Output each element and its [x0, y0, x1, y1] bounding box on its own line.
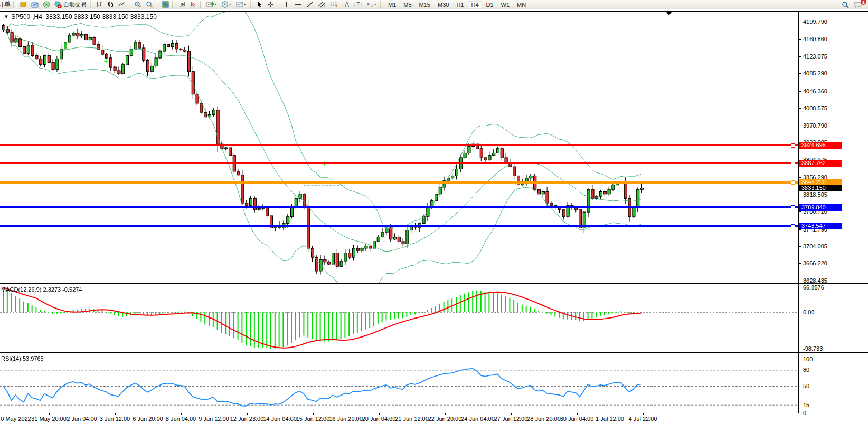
- autotrading-label: 自动交易: [63, 1, 87, 8]
- profiles-button[interactable]: [30, 1, 40, 8]
- zoom-out-button[interactable]: [144, 1, 155, 8]
- bar-chart-button[interactable]: [95, 1, 105, 8]
- toolbar-grip: [380, 1, 383, 8]
- arrows-button[interactable]: [365, 1, 379, 8]
- zoom-in-button[interactable]: [133, 1, 143, 8]
- pane-separator[interactable]: [0, 283, 868, 284]
- add-indicator-button[interactable]: [205, 1, 219, 8]
- pane-separator[interactable]: [0, 354, 868, 354]
- new-order-button[interactable]: 订单: [0, 1, 12, 8]
- candlestick-chart-button[interactable]: [106, 1, 116, 8]
- price-tick-label: 4160.860: [803, 36, 827, 42]
- candlestick-chart-canvas[interactable]: [0, 12, 798, 283]
- current-price-line: [0, 188, 798, 188]
- rsi-label: RSI(14) 53.9765: [1, 355, 44, 362]
- toolbar-separator: [200, 1, 204, 8]
- horizontal-line-button[interactable]: [293, 1, 304, 8]
- macd-label: MACD(12,26,9) 2.3273 -0.5274: [1, 286, 82, 293]
- rsi-axis-label: 80: [803, 367, 809, 373]
- timeframe-m5[interactable]: M5: [400, 1, 414, 8]
- templates-button[interactable]: [234, 1, 248, 8]
- text-button[interactable]: A: [342, 1, 352, 8]
- signals-button[interactable]: [41, 1, 52, 8]
- search-button[interactable]: [840, 1, 851, 8]
- time-tick-label: 30 Jun 04:00: [560, 416, 594, 422]
- hline-end-marker[interactable]: [791, 205, 795, 209]
- timeframe-d1[interactable]: D1: [483, 1, 497, 8]
- horizontal-level-line[interactable]: [0, 225, 798, 227]
- notification-badge: 1: [861, 0, 866, 5]
- equidistant-channel-icon: E: [318, 1, 326, 8]
- horizontal-level-line[interactable]: [0, 181, 798, 184]
- hline-end-marker[interactable]: [791, 180, 795, 185]
- chat-button[interactable]: 1: [852, 1, 864, 8]
- timeframe-h1[interactable]: H1: [453, 1, 467, 8]
- crosshair-button[interactable]: [266, 1, 276, 8]
- price-tick-label: 4008.575: [803, 105, 827, 111]
- add-indicator-icon: [206, 1, 217, 8]
- auto-scroll-button[interactable]: [177, 1, 187, 8]
- timeframe-w1[interactable]: W1: [498, 1, 513, 8]
- chart-window: ▼ SP500-,H4 3833.150 3833.150 3833.150 3…: [0, 9, 868, 424]
- toolbar-separator: [13, 1, 17, 8]
- periods-clock-icon: [221, 1, 232, 8]
- time-tick: [16, 413, 16, 415]
- horizontal-level-line[interactable]: [0, 162, 798, 164]
- price-level-badge: 3748.547: [799, 223, 842, 229]
- price-tick-label: 4085.290: [803, 70, 827, 76]
- signals-icon: [43, 1, 50, 8]
- price-tick: [798, 91, 801, 92]
- line-chart-button[interactable]: [117, 1, 127, 8]
- rsi-axis-label: 100: [803, 356, 813, 362]
- timeframe-mn[interactable]: MN: [514, 1, 529, 8]
- fibonacci-button[interactable]: F: [329, 1, 341, 8]
- time-tick: [412, 413, 412, 415]
- macd-canvas[interactable]: [0, 285, 798, 352]
- chart-shift-button[interactable]: [188, 1, 199, 8]
- tile-windows-button[interactable]: [161, 1, 171, 8]
- price-level-badge: 3887.762: [799, 160, 842, 167]
- timeframe-m30[interactable]: M30: [435, 1, 452, 8]
- line-chart-icon: [118, 1, 125, 8]
- auto-scroll-icon: [178, 1, 186, 8]
- time-tick-label: 14 Jun 04:00: [263, 416, 297, 422]
- cursor-button[interactable]: [254, 1, 265, 8]
- price-level-badge: 3926.695: [799, 142, 842, 149]
- price-tick: [798, 195, 801, 195]
- price-tick: [798, 56, 801, 57]
- bar-chart-icon: [96, 1, 103, 8]
- timeframe-h4[interactable]: H4: [468, 1, 482, 8]
- autotrading-button[interactable]: 自动交易: [53, 1, 88, 8]
- pane-separator[interactable]: [0, 285, 868, 285]
- toolbar-separator: [277, 1, 280, 8]
- periods-button[interactable]: [220, 1, 233, 8]
- time-tick: [148, 413, 148, 415]
- pane-separator[interactable]: [0, 352, 868, 353]
- time-tick: [49, 413, 50, 415]
- horizontal-level-line[interactable]: [0, 206, 798, 208]
- price-tick-label: 3704.005: [803, 243, 827, 249]
- autotrading-icon: [54, 1, 62, 8]
- horizontal-level-line[interactable]: [0, 144, 798, 146]
- hline-end-marker[interactable]: [791, 161, 795, 165]
- trendline-button[interactable]: [305, 1, 315, 8]
- time-tick: [82, 413, 82, 415]
- rsi-canvas[interactable]: [0, 355, 798, 413]
- price-tick: [798, 126, 801, 126]
- price-tick-label: 4123.075: [803, 53, 827, 60]
- time-tick: [478, 413, 478, 415]
- hline-end-marker[interactable]: [791, 143, 795, 148]
- tile-windows-icon: [162, 1, 169, 8]
- profiles-icon: [31, 1, 39, 8]
- hline-end-marker[interactable]: [791, 224, 795, 228]
- timeframe-m1[interactable]: M1: [385, 1, 399, 8]
- chart-shift-marker[interactable]: [666, 12, 672, 15]
- vertical-line-button[interactable]: [281, 1, 291, 8]
- timeframe-m15[interactable]: M15: [416, 1, 433, 8]
- equidistant-channel-button[interactable]: E: [316, 1, 328, 8]
- time-tick-label: 8 Jun 04:00: [166, 416, 196, 422]
- new-chart-button[interactable]: [18, 1, 29, 8]
- text-label-button[interactable]: T: [353, 1, 364, 8]
- price-tick: [798, 108, 801, 109]
- time-tick-label: 4 Jul 22:00: [629, 416, 657, 422]
